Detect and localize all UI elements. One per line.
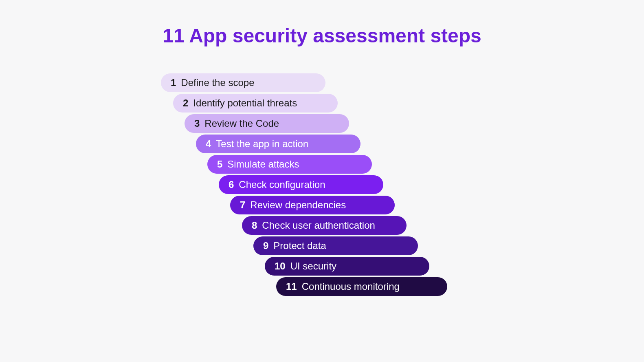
step-number: 4 bbox=[206, 138, 211, 150]
step-label: Protect data bbox=[273, 240, 326, 252]
step-number: 6 bbox=[229, 179, 234, 190]
step-number: 5 bbox=[217, 159, 222, 170]
step-label: Continuous monitoring bbox=[302, 281, 400, 292]
step-label: Simulate attacks bbox=[227, 159, 299, 170]
step-7: 7 Review dependencies bbox=[230, 196, 395, 214]
step-label: Check configuration bbox=[239, 179, 325, 190]
step-3: 3 Review the Code bbox=[185, 114, 349, 133]
step-number: 10 bbox=[275, 260, 286, 272]
step-label: Test the app in action bbox=[216, 138, 308, 150]
step-number: 1 bbox=[171, 77, 176, 88]
step-5: 5 Simulate attacks bbox=[207, 155, 372, 174]
step-10: 10 UI security bbox=[265, 257, 429, 276]
step-1: 1 Define the scope bbox=[161, 73, 325, 92]
step-4: 4 Test the app in action bbox=[196, 135, 360, 153]
step-number: 9 bbox=[263, 240, 268, 252]
step-2: 2 Identify potential threats bbox=[173, 94, 338, 113]
step-label: Check user authentication bbox=[262, 220, 375, 231]
step-number: 2 bbox=[183, 97, 188, 109]
step-label: Define the scope bbox=[181, 77, 254, 88]
step-label: Identify potential threats bbox=[193, 97, 297, 109]
step-number: 7 bbox=[240, 199, 245, 211]
step-label: Review dependencies bbox=[250, 199, 346, 211]
step-6: 6 Check configuration bbox=[219, 175, 383, 194]
step-number: 8 bbox=[252, 220, 257, 231]
step-number: 3 bbox=[194, 118, 200, 129]
diagram-title: 11 App security assessment steps bbox=[0, 24, 644, 47]
step-11: 11 Continuous monitoring bbox=[276, 277, 447, 296]
step-8: 8 Check user authentication bbox=[242, 216, 407, 235]
step-number: 11 bbox=[286, 281, 297, 292]
step-label: Review the Code bbox=[204, 118, 279, 129]
step-label: UI security bbox=[290, 260, 336, 272]
step-9: 9 Protect data bbox=[253, 236, 418, 255]
